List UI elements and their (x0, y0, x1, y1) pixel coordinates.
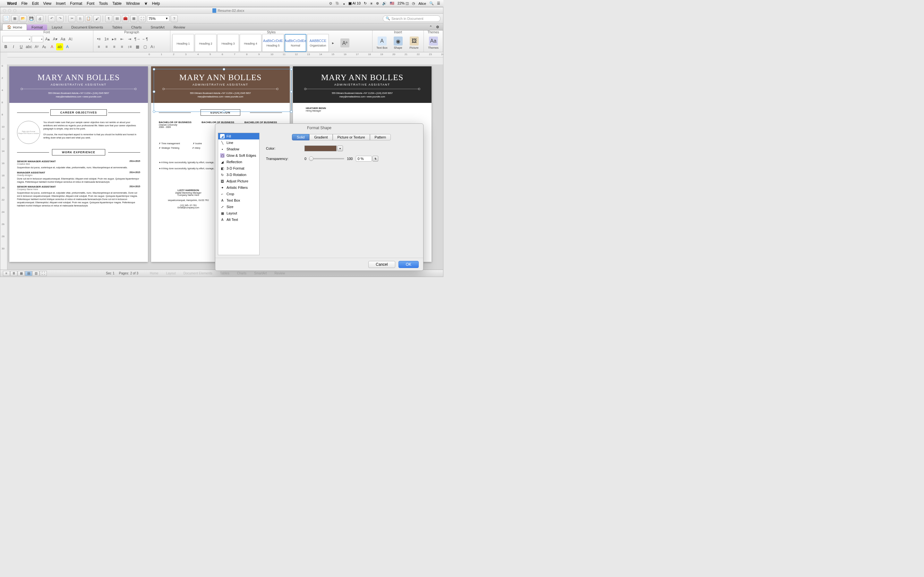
text-effects-button[interactable]: A (48, 43, 55, 50)
cancel-button[interactable]: Cancel (368, 261, 395, 268)
tab-document-elements[interactable]: Document Elements (67, 24, 107, 30)
tab-tables[interactable]: Tables (107, 24, 127, 30)
style-heading4[interactable]: Heading 4 (240, 34, 262, 52)
view-focus[interactable]: ⛶ (40, 271, 47, 276)
statusmenu-clock-icon[interactable]: ⊙ (329, 1, 332, 5)
style-heading2[interactable]: Heading 2 (195, 34, 216, 52)
fullscreen-button[interactable]: ⛶ (139, 15, 145, 22)
side-text-box[interactable]: AText Box (218, 197, 259, 203)
statusmenu-bluetooth-icon[interactable]: ⚹ (370, 1, 373, 5)
fill-tab-solid[interactable]: Solid (292, 134, 309, 140)
view-notebook[interactable]: ▥ (32, 271, 39, 276)
print-button[interactable]: 🖨 (36, 15, 43, 22)
vertical-ruler[interactable]: 024681012141618202224262830 (0, 64, 7, 269)
shrink-font-button[interactable]: A▾ (52, 35, 59, 43)
collapse-ribbon-button[interactable]: ⌃ (427, 24, 434, 30)
font-size-select[interactable] (32, 36, 43, 42)
statusmenu-wifi-icon[interactable]: ⊚ (376, 1, 379, 5)
side-artistic-filters[interactable]: ✦Artistic Filters (218, 184, 259, 191)
help-button[interactable]: ? (171, 15, 178, 22)
tab-format[interactable]: Format (27, 24, 47, 30)
side-alt-text[interactable]: AAlt Text (218, 216, 259, 223)
side-crop[interactable]: ⌐Crop (218, 191, 259, 197)
search-field[interactable]: 🔍 Search in Document (383, 15, 441, 22)
horizontal-ruler[interactable]: 0123456789101112131415161718192021222324… (7, 52, 443, 57)
side-shadow[interactable]: ▪Shadow (218, 146, 259, 152)
ltr-button[interactable]: ¶→ (134, 35, 141, 43)
undo-button[interactable]: ↶ (48, 15, 55, 22)
side-layout[interactable]: ▦Layout (218, 210, 259, 216)
fill-tab-picture[interactable]: Picture or Texture (333, 134, 370, 140)
change-case-button[interactable]: Aa (59, 35, 66, 43)
menu-table[interactable]: Table (112, 1, 121, 6)
color-picker-button[interactable]: ▾ (337, 145, 343, 151)
zoom-combo[interactable]: 75%▾ (147, 15, 170, 22)
strikethrough-button[interactable]: abc (25, 43, 32, 50)
menu-window[interactable]: Window (126, 1, 140, 6)
align-center-button[interactable]: ≡ (103, 43, 110, 50)
statusmenu-evernote-icon[interactable]: 🐘 (335, 1, 340, 5)
transparency-slider[interactable] (309, 158, 344, 159)
statusmenu-flag-icon[interactable]: 🇺🇸 (390, 1, 394, 5)
justify-button[interactable]: ≡ (118, 43, 126, 50)
side-reflection[interactable]: ◢Reflection (218, 159, 259, 165)
toolbox-button[interactable]: 🧰 (122, 15, 129, 22)
side-line[interactable]: ╲Line (218, 139, 259, 146)
menu-file[interactable]: File (21, 1, 27, 6)
statusmenu-notifications-icon[interactable]: ☰ (437, 1, 440, 5)
statusmenu-user[interactable]: Alice (418, 2, 426, 5)
style-heading3[interactable]: Heading 3 (217, 34, 239, 52)
statusmenu-timemachine-icon[interactable]: ↻ (364, 1, 367, 5)
menu-insert[interactable]: Insert (56, 1, 65, 6)
side-size[interactable]: ⤢Size (218, 203, 259, 210)
underline-button[interactable]: U (18, 43, 25, 50)
sidebar-button[interactable]: ▤ (113, 15, 121, 22)
statusmenu-dropbox-icon[interactable]: ⬧ (343, 2, 345, 5)
open-button[interactable]: 📂 (19, 15, 27, 22)
cut-button[interactable]: ✂ (68, 15, 75, 22)
grow-font-button[interactable]: A▴ (44, 35, 51, 43)
side-fill[interactable]: ◢Fill (218, 133, 259, 139)
view-outline[interactable]: ≣ (10, 271, 17, 276)
side-adjust-picture[interactable]: 🖼Adjust Picture (218, 178, 259, 184)
borders-button[interactable]: ▢ (142, 43, 149, 50)
tab-layout[interactable]: Layout (47, 24, 67, 30)
styles-pane-button[interactable]: Aᵃ (337, 34, 352, 52)
new-button[interactable]: 📄 (3, 15, 10, 22)
superscript-button[interactable]: A² (33, 43, 40, 50)
zoom-button[interactable] (13, 9, 16, 12)
align-right-button[interactable]: ≡ (111, 43, 118, 50)
style-normal[interactable]: AaBbCcDdEeNormal (284, 34, 306, 52)
color-swatch[interactable] (304, 145, 336, 151)
style-heading5[interactable]: AaBbCcDdEHeading 5 (262, 34, 284, 52)
templates-button[interactable]: ▦ (11, 15, 18, 22)
fill-tab-pattern[interactable]: Pattern (370, 134, 391, 140)
bold-button[interactable]: B (2, 43, 9, 50)
bullets-button[interactable]: •≡ (95, 35, 102, 43)
themes-button[interactable]: AaThemes (426, 34, 441, 52)
statusmenu-spotlight-icon[interactable]: 🔍 (429, 1, 434, 5)
menu-edit[interactable]: Edit (32, 1, 39, 6)
italic-button[interactable]: I (10, 43, 17, 50)
highlight-button[interactable]: ab (56, 43, 63, 50)
app-name[interactable]: Word (7, 1, 17, 6)
tab-review[interactable]: Review (169, 24, 190, 30)
side-glow[interactable]: ▢Glow & Soft Edges (218, 152, 259, 159)
copy-button[interactable]: ⎘ (77, 15, 84, 22)
tab-charts[interactable]: Charts (127, 24, 146, 30)
ribbon-settings-button[interactable]: ⚙ (434, 24, 441, 30)
transparency-input[interactable]: 0 % (356, 156, 372, 161)
insert-picture-button[interactable]: 🖼Picture (407, 34, 422, 52)
subscript-button[interactable]: A₂ (41, 43, 48, 50)
close-button[interactable] (3, 9, 6, 12)
fill-tab-gradient[interactable]: Gradient (309, 134, 333, 140)
minimize-button[interactable] (8, 9, 11, 12)
paste-button[interactable]: 📋 (85, 15, 92, 22)
side-3d-format[interactable]: ◧3-D Format (218, 165, 259, 171)
statusmenu-volume-icon[interactable]: 🔊 (382, 1, 387, 5)
menu-view[interactable]: View (43, 1, 51, 6)
statusmenu-adobe[interactable]: ▣ AI 10 (349, 1, 360, 5)
ok-button[interactable]: OK (399, 261, 419, 268)
shading-button[interactable]: ▦ (134, 43, 141, 50)
menu-help-icon[interactable]: ❦ (144, 1, 148, 6)
